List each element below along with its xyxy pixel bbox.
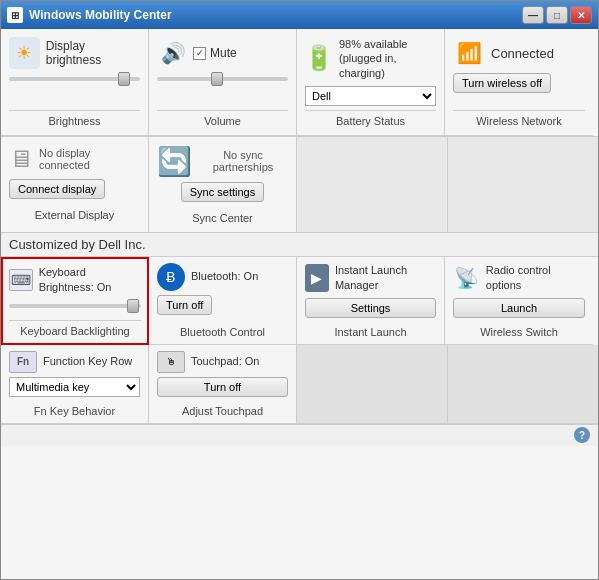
- battery-icon: 🔋: [305, 42, 333, 74]
- touchpad-icon: 🖱: [157, 351, 185, 373]
- il-header: ▶ Instant Launch Manager: [305, 263, 436, 294]
- titlebar: ⊞ Windows Mobility Center — □ ✕: [1, 1, 598, 29]
- radio-icon: 📡: [453, 264, 480, 292]
- fn-key-select[interactable]: Multimedia key Function key: [9, 377, 140, 397]
- display-header: 🖥 No display connected: [9, 145, 140, 173]
- second-row: 🖥 No display connected Connect display E…: [1, 137, 598, 233]
- tp-bottom-label: Adjust Touchpad: [157, 401, 288, 417]
- bt-header: Ƀ Bluetooth: On: [157, 263, 258, 291]
- kb-bottom-label: Keyboard Backlighting: [9, 320, 141, 337]
- display-bottom-label: External Display: [9, 205, 140, 221]
- wireless-status: Connected: [491, 46, 554, 61]
- window-title: Windows Mobility Center: [29, 8, 522, 22]
- brightness-slider-container[interactable]: [9, 73, 140, 85]
- sync-bottom-label: Sync Center: [157, 208, 288, 224]
- il-bottom-label: Instant Launch: [305, 322, 436, 338]
- dell-section-header: Customized by Dell Inc.: [1, 233, 598, 257]
- brightness-bottom-label: Brightness: [9, 110, 140, 127]
- tp-header: 🖱 Touchpad: On: [157, 351, 288, 373]
- volume-slider-container[interactable]: [157, 73, 288, 85]
- fn-row: Fn Function Key Row Multimedia key Funct…: [1, 345, 598, 424]
- wireless-icon: 📶: [453, 37, 485, 69]
- display-status: No display connected: [39, 147, 140, 171]
- rc-label: Radio control options: [486, 263, 585, 294]
- keyboard-tile: ⌨ Keyboard Brightness: On Keyboard Backl…: [1, 257, 149, 345]
- window: ⊞ Windows Mobility Center — □ ✕ ☀ Displa…: [0, 0, 599, 580]
- mute-label: Mute: [193, 46, 237, 60]
- touchpad-turn-off-button[interactable]: Turn off: [157, 377, 288, 397]
- vol-top: 🔊 Mute: [157, 37, 288, 69]
- bt-label: Bluetooth: On: [191, 269, 258, 284]
- kb-header: ⌨ Keyboard Brightness: On: [9, 265, 141, 296]
- instant-launch-tile: ▶ Instant Launch Manager Settings Instan…: [297, 257, 445, 345]
- mute-checkbox[interactable]: [193, 47, 206, 60]
- brightness-slider[interactable]: [9, 77, 140, 81]
- battery-select[interactable]: Dell: [305, 86, 436, 106]
- connect-display-button[interactable]: Connect display: [9, 179, 105, 199]
- bluetooth-tile: Ƀ Bluetooth: On Turn off Bluetooth Contr…: [149, 257, 297, 345]
- wireless-off-button[interactable]: Turn wireless off: [453, 73, 551, 93]
- brightness-header: ☀ Display brightness: [9, 37, 140, 69]
- bluetooth-icon: Ƀ: [157, 263, 185, 291]
- fn-blurred-2: [448, 345, 599, 423]
- rc-header: 📡 Radio control options: [453, 263, 585, 294]
- battery-percent: 98% available: [339, 37, 436, 51]
- battery-tile: 🔋 98% available (plugged in, charging) D…: [297, 29, 445, 136]
- sync-tile: 🔄 No sync partnerships Sync settings Syn…: [149, 137, 297, 232]
- kb-slider[interactable]: [9, 304, 141, 308]
- kb-label: Keyboard Brightness: On: [39, 265, 141, 296]
- fn-bottom-label: Fn Key Behavior: [9, 401, 140, 417]
- fn-key-icon: Fn: [9, 351, 37, 373]
- window-icon: ⊞: [7, 7, 23, 23]
- kb-slider-row[interactable]: [9, 304, 141, 308]
- volume-slider[interactable]: [157, 77, 288, 81]
- fn-header: Fn Function Key Row: [9, 351, 140, 373]
- titlebar-buttons: — □ ✕: [522, 6, 592, 24]
- blurred-area-1: [297, 137, 448, 232]
- fn-key-tile: Fn Function Key Row Multimedia key Funct…: [1, 345, 149, 423]
- volume-tile: 🔊 Mute Volume: [149, 29, 297, 136]
- fn-label: Function Key Row: [43, 354, 132, 369]
- dell-tiles-grid: ⌨ Keyboard Brightness: On Keyboard Backl…: [1, 257, 598, 345]
- volume-bottom-label: Volume: [157, 110, 288, 127]
- instant-launch-icon: ▶: [305, 264, 329, 292]
- fn-blurred-1: [297, 345, 448, 423]
- instant-launch-settings-button[interactable]: Settings: [305, 298, 436, 318]
- wireless-tile: 📶 Connected Turn wireless off Wireless N…: [445, 29, 593, 136]
- dell-header-text: Customized by Dell Inc.: [9, 237, 146, 252]
- touchpad-tile: 🖱 Touchpad: On Turn off Adjust Touchpad: [149, 345, 297, 423]
- minimize-button[interactable]: —: [522, 6, 544, 24]
- maximize-button[interactable]: □: [546, 6, 568, 24]
- brightness-label: Display brightness: [46, 39, 140, 67]
- brightness-thumb[interactable]: [118, 72, 130, 86]
- battery-text: 98% available (plugged in, charging): [339, 37, 436, 80]
- il-label: Instant Launch Manager: [335, 263, 436, 294]
- blurred-area-2: [448, 137, 599, 232]
- brightness-icon: ☀: [9, 37, 40, 69]
- speaker-icon: 🔊: [157, 37, 189, 69]
- battery-status: (plugged in, charging): [339, 51, 436, 80]
- battery-bottom-label: Battery Status: [305, 110, 436, 127]
- display-tile: 🖥 No display connected Connect display E…: [1, 137, 149, 232]
- top-grid: ☀ Display brightness Brightness 🔊 Mute: [1, 29, 598, 137]
- keyboard-icon: ⌨: [9, 269, 33, 291]
- status-bar: ?: [1, 424, 598, 446]
- kb-slider-thumb[interactable]: [127, 299, 139, 313]
- sync-status: No sync partnerships: [198, 149, 288, 173]
- radio-launch-button[interactable]: Launch: [453, 298, 585, 318]
- volume-thumb[interactable]: [211, 72, 223, 86]
- tp-label: Touchpad: On: [191, 354, 260, 369]
- help-icon[interactable]: ?: [574, 427, 590, 443]
- rc-bottom-label: Wireless Switch: [453, 322, 585, 338]
- mute-text: Mute: [210, 46, 237, 60]
- sync-settings-button[interactable]: Sync settings: [181, 182, 264, 202]
- bluetooth-turn-off-button[interactable]: Turn off: [157, 295, 212, 315]
- sync-icon: 🔄: [157, 145, 192, 178]
- monitor-icon: 🖥: [9, 145, 33, 173]
- content-area: ☀ Display brightness Brightness 🔊 Mute: [1, 29, 598, 579]
- battery-header: 🔋 98% available (plugged in, charging): [305, 37, 436, 80]
- close-button[interactable]: ✕: [570, 6, 592, 24]
- wireless-header: 📶 Connected: [453, 37, 554, 69]
- brightness-tile: ☀ Display brightness Brightness: [1, 29, 149, 136]
- bt-bottom-label: Bluetooth Control: [157, 322, 288, 338]
